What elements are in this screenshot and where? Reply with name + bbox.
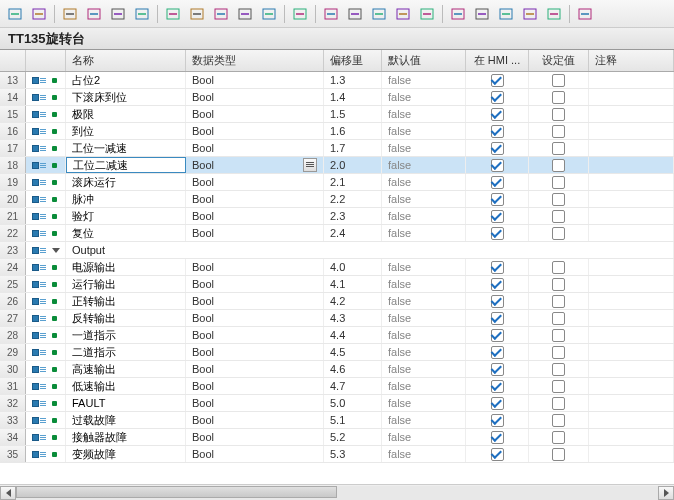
table-row[interactable]: 25运行输出Bool4.1false — [0, 276, 674, 293]
cell-name[interactable]: 低速输出 — [66, 378, 186, 394]
cell-offset[interactable]: 2.4 — [324, 225, 382, 241]
set-checkbox[interactable] — [552, 448, 565, 461]
download-icon[interactable] — [392, 3, 414, 25]
link-icon[interactable] — [344, 3, 366, 25]
cell-name[interactable]: 脉冲 — [66, 191, 186, 207]
hmi-checkbox[interactable] — [491, 125, 504, 138]
cell-offset[interactable]: 5.0 — [324, 395, 382, 411]
set-checkbox[interactable] — [552, 380, 565, 393]
cell-default[interactable]: false — [382, 361, 466, 377]
cell-dtype[interactable]: Bool — [186, 259, 324, 275]
cell-name[interactable]: 反转输出 — [66, 310, 186, 326]
cell-name[interactable]: 到位 — [66, 123, 186, 139]
cell-comment[interactable] — [589, 310, 674, 326]
set-checkbox[interactable] — [552, 74, 565, 87]
cell-default[interactable]: false — [382, 208, 466, 224]
table-row[interactable]: 29二道指示Bool4.5false — [0, 344, 674, 361]
cell-name[interactable]: 高速输出 — [66, 361, 186, 377]
cell-dtype[interactable]: Bool — [186, 157, 324, 173]
cell-comment[interactable] — [589, 89, 674, 105]
header-default[interactable]: 默认值 — [382, 50, 466, 71]
set-checkbox[interactable] — [552, 142, 565, 155]
cell-dtype[interactable]: Bool — [186, 412, 324, 428]
cell-dtype[interactable]: Bool — [186, 123, 324, 139]
set-checkbox[interactable] — [552, 125, 565, 138]
cell-comment[interactable] — [589, 378, 674, 394]
width-icon[interactable] — [543, 3, 565, 25]
row-number[interactable]: 20 — [0, 191, 26, 207]
scroll-right-button[interactable] — [658, 486, 674, 500]
cell-name[interactable]: 滚床运行 — [66, 174, 186, 190]
add-row-icon[interactable] — [28, 3, 50, 25]
cell-dtype[interactable]: Bool — [186, 276, 324, 292]
cell-dtype[interactable]: Bool — [186, 208, 324, 224]
upload-icon[interactable] — [416, 3, 438, 25]
header-name[interactable]: 名称 — [66, 50, 186, 71]
cell-comment[interactable] — [589, 259, 674, 275]
cell-default[interactable]: false — [382, 310, 466, 326]
cell-name[interactable]: 一道指示 — [66, 327, 186, 343]
cell-offset[interactable]: 1.6 — [324, 123, 382, 139]
row-number[interactable]: 27 — [0, 310, 26, 326]
hmi-checkbox[interactable] — [491, 210, 504, 223]
cell-dtype[interactable]: Bool — [186, 293, 324, 309]
cell-comment[interactable] — [589, 208, 674, 224]
monitor-icon[interactable] — [289, 3, 311, 25]
cell-default[interactable]: false — [382, 429, 466, 445]
cell-dtype[interactable]: Bool — [186, 106, 324, 122]
hmi-checkbox[interactable] — [491, 142, 504, 155]
cell-name[interactable]: 极限 — [66, 106, 186, 122]
cell-name[interactable]: 过载故障 — [66, 412, 186, 428]
row-number[interactable]: 28 — [0, 327, 26, 343]
collapse-icon[interactable] — [52, 248, 60, 253]
cell-dtype[interactable]: Bool — [186, 140, 324, 156]
row-number[interactable]: 22 — [0, 225, 26, 241]
dtype-dropdown-button[interactable] — [303, 158, 317, 172]
cell-name[interactable]: 复位 — [66, 225, 186, 241]
set-checkbox[interactable] — [552, 329, 565, 342]
table-row[interactable]: 28一道指示Bool4.4false — [0, 327, 674, 344]
cell-offset[interactable]: 1.4 — [324, 89, 382, 105]
hmi-checkbox[interactable] — [491, 91, 504, 104]
table-row[interactable]: 26正转输出Bool4.2false — [0, 293, 674, 310]
column-icon[interactable] — [519, 3, 541, 25]
cell-default[interactable]: false — [382, 191, 466, 207]
table-row[interactable]: 19滚床运行Bool2.1false — [0, 174, 674, 191]
cell-name[interactable]: 电源输出 — [66, 259, 186, 275]
cell-dtype[interactable]: Bool — [186, 395, 324, 411]
row-number[interactable]: 29 — [0, 344, 26, 360]
row-number[interactable]: 23 — [0, 242, 26, 258]
cell-default[interactable]: false — [382, 446, 466, 462]
set-checkbox[interactable] — [552, 295, 565, 308]
header-hmi[interactable]: 在 HMI ... — [466, 50, 529, 71]
header-dtype[interactable]: 数据类型 — [186, 50, 324, 71]
set-checkbox[interactable] — [552, 431, 565, 444]
cell-name[interactable]: 变频故障 — [66, 446, 186, 462]
refresh-icon[interactable] — [320, 3, 342, 25]
row-number[interactable]: 34 — [0, 429, 26, 445]
cell-comment[interactable] — [589, 225, 674, 241]
table-row[interactable]: 32FAULTBool5.0false — [0, 395, 674, 412]
table-row[interactable]: 20脉冲Bool2.2false — [0, 191, 674, 208]
cell-offset[interactable]: 4.3 — [324, 310, 382, 326]
table-row[interactable]: 15极限Bool1.5false — [0, 106, 674, 123]
hmi-checkbox[interactable] — [491, 295, 504, 308]
set-checkbox[interactable] — [552, 210, 565, 223]
hmi-checkbox[interactable] — [491, 329, 504, 342]
cell-dtype[interactable]: Bool — [186, 378, 324, 394]
cell-comment[interactable] — [589, 276, 674, 292]
table-row[interactable]: 33过载故障Bool5.1false — [0, 412, 674, 429]
cell-default[interactable]: false — [382, 259, 466, 275]
help-icon[interactable] — [574, 3, 596, 25]
table-row[interactable]: 18工位二减速Bool2.0false — [0, 157, 674, 174]
table-row[interactable]: 16到位Bool1.6false — [0, 123, 674, 140]
hmi-checkbox[interactable] — [491, 346, 504, 359]
row-number[interactable]: 32 — [0, 395, 26, 411]
cell-offset[interactable]: 4.1 — [324, 276, 382, 292]
expand-icon[interactable] — [59, 3, 81, 25]
cell-offset[interactable]: 2.0 — [324, 157, 382, 173]
row-number[interactable]: 31 — [0, 378, 26, 394]
struct-name[interactable]: Output — [66, 242, 674, 258]
set-checkbox[interactable] — [552, 159, 565, 172]
hmi-checkbox[interactable] — [491, 108, 504, 121]
